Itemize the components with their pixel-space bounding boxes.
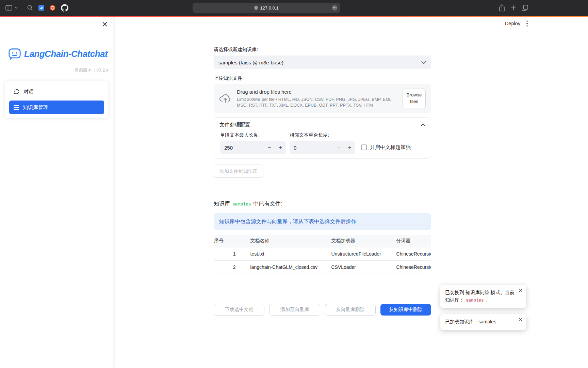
overlap-stepper: 0 − +: [290, 141, 355, 154]
address-bar[interactable]: 127.0.0.1: [193, 3, 340, 13]
cell-splitter[interactable]: ChineseRecursiveT: [390, 247, 431, 260]
cell-filename[interactable]: langchain-ChatGLM_closed.csv: [240, 260, 325, 274]
add-files-to-kb-button[interactable]: 添加文件到知识库: [214, 165, 263, 178]
zh-title-checkbox-label: 开启中文标题加强: [370, 144, 411, 151]
chevron-up-icon: [421, 123, 425, 126]
file-config-expander: 文件处理配置 单段文本最大长度: 250 − + 相邻文本重合长度:: [214, 118, 431, 158]
close-icon[interactable]: [519, 288, 523, 292]
file-uploader-dropzone[interactable]: Drag and drop files here Limit 200MB per…: [214, 84, 431, 113]
kebab-menu-icon[interactable]: [526, 20, 528, 27]
increment-button[interactable]: +: [344, 144, 355, 151]
table-row: 2 langchain-ChatGLM_closed.csv CSVLoader…: [214, 260, 431, 274]
page-settings-icon[interactable]: [332, 5, 338, 11]
cell-loader[interactable]: UnstructuredFileLoader: [325, 247, 390, 260]
uploader-title: Drag and drop files here: [237, 89, 402, 95]
main-content: 请选择或新建知识库: samples (faiss @ m3e-base) 上传…: [214, 17, 431, 332]
col-header-splitter[interactable]: 分词器: [390, 235, 431, 247]
sidebar: LangChain-Chatchat 当前版本：v0.2.4 对话 知识库管理: [0, 17, 113, 368]
uploader-text: Drag and drop files here Limit 200MB per…: [237, 89, 402, 108]
share-icon[interactable]: [499, 4, 505, 12]
delete-from-vector-store-button[interactable]: 从向量库删除: [325, 304, 376, 316]
upload-label: 上传知识文件:: [214, 75, 431, 81]
info-message: 知识库中包含源文件与向量库，请从下表中选择文件后操作: [214, 213, 431, 230]
deploy-button[interactable]: Deploy: [505, 21, 520, 26]
col-header-filename[interactable]: 文档名称: [240, 235, 325, 247]
pinned-site-icon-blue[interactable]: [38, 5, 44, 11]
github-icon[interactable]: [61, 4, 68, 12]
toast-kb-loaded: 已加载知识库：samples: [440, 314, 526, 330]
chevron-down-icon[interactable]: [15, 7, 18, 9]
chevron-down-icon: [421, 61, 426, 64]
divider: [214, 190, 431, 190]
max-length-value[interactable]: 250: [220, 145, 264, 151]
logo-text: LangChain-Chatchat: [24, 49, 108, 59]
app-logo: LangChain-Chatchat: [8, 47, 108, 60]
sidebar-close-icon[interactable]: [102, 21, 109, 28]
sidebar-item-label: 对话: [23, 89, 34, 95]
sidebar-item-dialogue[interactable]: 对话: [9, 85, 104, 98]
existing-files-prefix: 知识库: [214, 201, 230, 206]
files-table: 序号 文档名称 文档加载器 分词器 1 test.txt Unstructure…: [214, 235, 431, 274]
table-header-row: 序号 文档名称 文档加载器 分词器: [214, 235, 431, 247]
decrement-button[interactable]: −: [264, 144, 275, 151]
browser-chrome: 127.0.0.1: [0, 0, 588, 16]
existing-files-suffix: 中已有文件:: [254, 201, 282, 206]
expander-body: 单段文本最大长度: 250 − + 相邻文本重合长度: 0 − +: [214, 132, 431, 158]
col-header-index[interactable]: 序号: [214, 235, 240, 247]
sidebar-item-knowledge-base[interactable]: 知识库管理: [9, 101, 104, 114]
overlap-label: 相邻文本重合长度:: [290, 132, 355, 138]
table-row: 1 test.txt UnstructuredFileLoader Chines…: [214, 247, 431, 260]
add-to-vector-store-button[interactable]: 添加至向量库: [269, 304, 320, 316]
cell-filename[interactable]: test.txt: [240, 247, 325, 260]
search-icon[interactable]: [27, 5, 33, 11]
uploader-limit-text: Limit 200MB per file • HTML, MD, JSON, C…: [237, 97, 402, 108]
toast-container: 已切换到 知识库问答 模式。当前知识库：samples。 已加载知识库：samp…: [440, 285, 526, 330]
divider: [214, 332, 431, 332]
shield-icon: [254, 6, 258, 10]
logo-chat-icon: [8, 47, 21, 60]
increment-button[interactable]: +: [275, 144, 286, 151]
cell-index[interactable]: 2: [214, 260, 240, 274]
sidebar-item-label: 知识库管理: [23, 104, 48, 111]
existing-files-heading: 知识库samples中已有文件:: [214, 200, 431, 208]
cell-index[interactable]: 1: [214, 247, 240, 260]
max-length-label: 单段文本最大长度:: [220, 132, 286, 138]
max-length-field: 单段文本最大长度: 250 − +: [220, 132, 286, 154]
toast-text: 。: [486, 297, 490, 303]
streamlit-header: Deploy: [505, 20, 528, 27]
pinned-site-icon-orange[interactable]: [50, 5, 55, 11]
sidebar-menu: 对话 知识库管理: [5, 81, 108, 118]
download-selected-button[interactable]: 下载选中文档: [214, 304, 264, 316]
col-header-loader[interactable]: 文档加载器: [325, 235, 390, 247]
toast-mode-switched: 已切换到 知识库问答 模式。当前知识库：samples。: [440, 285, 526, 308]
toast-text: 已加载知识库：samples: [445, 319, 496, 324]
sidebar-toggle-icon[interactable]: [5, 5, 12, 11]
overlap-field: 相邻文本重合长度: 0 − +: [290, 132, 355, 154]
action-buttons-row: 下载选中文档 添加至向量库 从向量库删除 从知识库中删除: [214, 304, 431, 316]
url-text: 127.0.0.1: [260, 5, 278, 11]
toast-kb-code: samples: [466, 298, 484, 303]
overlap-value[interactable]: 0: [290, 145, 333, 151]
version-text: 当前版本：v0.2.4: [75, 67, 109, 73]
expander-header[interactable]: 文件处理配置: [214, 118, 431, 132]
zh-title-checkbox-row[interactable]: 开启中文标题加强: [361, 144, 411, 151]
stack-icon: [14, 105, 19, 110]
kb-selected-value: samples (faiss @ m3e-base): [218, 60, 283, 65]
cloud-upload-icon: [219, 94, 231, 103]
close-icon[interactable]: [519, 318, 523, 322]
cell-splitter[interactable]: ChineseRecursiveT: [390, 260, 431, 274]
kb-name-code: samples: [232, 202, 251, 207]
expander-title: 文件处理配置: [219, 122, 250, 128]
files-dataframe[interactable]: 序号 文档名称 文档加载器 分词器 1 test.txt Unstructure…: [214, 235, 431, 296]
kb-select-label: 请选择或新建知识库:: [214, 47, 431, 53]
cell-loader[interactable]: CSVLoader: [325, 260, 390, 274]
delete-from-kb-button[interactable]: 从知识库中删除: [380, 304, 431, 316]
browse-files-button[interactable]: Browse files: [403, 89, 426, 108]
chat-bubble-icon: [14, 89, 20, 95]
tab-overview-icon[interactable]: [522, 5, 528, 11]
decrement-button[interactable]: −: [333, 144, 344, 151]
new-tab-icon[interactable]: [511, 5, 516, 11]
checkbox-icon: [361, 144, 367, 150]
kb-selectbox[interactable]: samples (faiss @ m3e-base): [214, 56, 431, 69]
max-length-stepper: 250 − +: [220, 141, 286, 154]
